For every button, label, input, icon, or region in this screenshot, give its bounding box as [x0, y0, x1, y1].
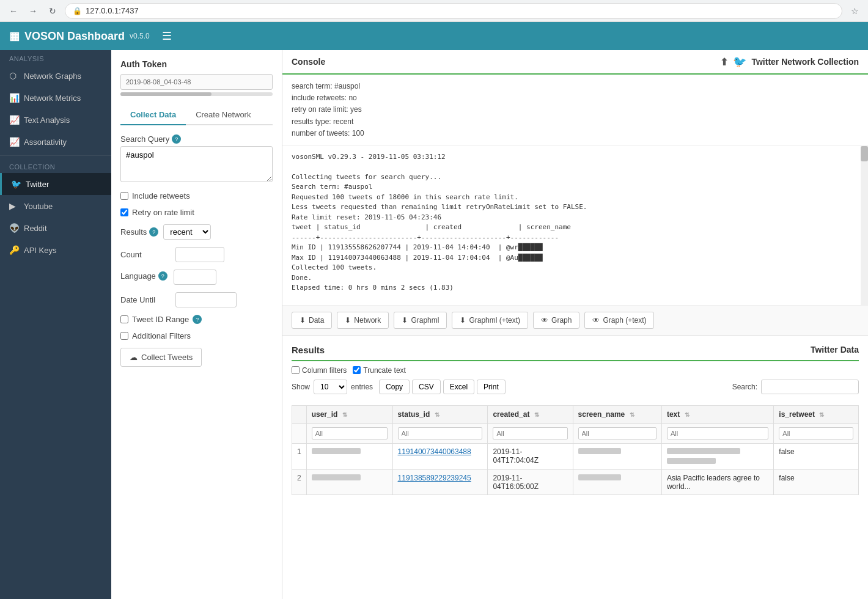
column-filters-checkbox[interactable] [292, 366, 300, 374]
show-select[interactable]: 10 25 50 100 [314, 380, 347, 394]
graph-view-button[interactable]: 👁 Graph [533, 312, 579, 329]
th-status-id[interactable]: status_id ⇅ [392, 405, 488, 423]
top-controls-row: Show 10 25 50 100 entries Copy CSV Excel [292, 380, 859, 400]
collect-tweets-button[interactable]: ☁ Collect Tweets [120, 348, 202, 367]
search-query-help-icon[interactable]: ? [172, 134, 181, 144]
sidebar-item-label: Assortativity [24, 138, 67, 147]
search-query-label: Search Query ? [120, 134, 273, 144]
status-id-link-1[interactable]: 119140073440063488 [398, 447, 471, 456]
language-input[interactable] [174, 270, 216, 285]
results-section: Results Twitter Data Column filters Trun… [282, 336, 868, 599]
middle-panel: Auth Token 2019-08-08_04-03-48 Collect D… [111, 50, 282, 599]
blurred-user-id-2 [312, 474, 361, 480]
additional-filters-checkbox[interactable] [120, 332, 128, 340]
graphml-text-download-button[interactable]: ⬇ Graphml (+text) [452, 312, 528, 329]
graph-text-view-button[interactable]: 👁 Graph (+text) [584, 312, 654, 329]
table-search-input[interactable] [761, 380, 859, 394]
count-input[interactable]: 100 [175, 247, 224, 262]
row-num-1: 1 [292, 443, 307, 469]
refresh-button[interactable]: ↻ [45, 4, 60, 18]
filter-user-id-input[interactable] [312, 427, 388, 439]
network-download-button[interactable]: ⬇ Network [337, 312, 389, 329]
sidebar-item-network-graphs[interactable]: ⬡ Network Graphs [0, 65, 111, 87]
graphml-text-icon: ⬇ [460, 316, 466, 325]
forward-button[interactable]: → [26, 4, 40, 18]
console-actions: ⬇ Data ⬇ Network ⬇ Graphml ⬇ Graphml (+t… [282, 305, 868, 335]
include-retweets-label[interactable]: Include retweets [120, 191, 273, 200]
include-retweets-checkbox[interactable] [120, 192, 128, 200]
status-id-link-2[interactable]: 119138589229239245 [398, 474, 471, 482]
collect-tweets-icon: ☁ [130, 353, 138, 362]
console-scrollbar[interactable] [861, 146, 868, 305]
filter-screen-name-input[interactable] [578, 427, 657, 439]
count-group: Count 100 [120, 247, 273, 262]
sidebar-item-youtube[interactable]: ▶ Youtube [0, 195, 111, 217]
count-label: Count [120, 250, 169, 259]
csv-button[interactable]: CSV [412, 380, 441, 394]
th-user-id[interactable]: user_id ⇅ [306, 405, 392, 423]
assortativity-icon: 📈 [9, 137, 19, 147]
sidebar-item-twitter[interactable]: 🐦 Twitter [0, 173, 111, 195]
results-title: Results [292, 345, 325, 355]
th-is-retweet[interactable]: is_retweet ⇅ [774, 405, 859, 423]
sidebar-item-assortativity[interactable]: 📈 Assortativity [0, 131, 111, 153]
url-bar[interactable]: 🔒 127.0.0.1:7437 [65, 3, 842, 19]
sidebar-item-api-keys[interactable]: 🔑 API Keys [0, 239, 111, 261]
sidebar-item-network-metrics[interactable]: 📊 Network Metrics [0, 87, 111, 109]
search-query-input[interactable]: #auspol [120, 146, 273, 182]
filter-is-retweet-input[interactable] [779, 427, 853, 439]
truncate-text-label[interactable]: Truncate text [353, 366, 406, 375]
console-scrollbar-thumb [861, 146, 868, 161]
sidebar: Analysis ⬡ Network Graphs 📊 Network Metr… [0, 50, 111, 599]
column-filters-text: Column filters [302, 366, 347, 375]
app-logo: ▦ VOSON Dashboard v0.5.0 [9, 29, 150, 43]
graph-view-icon: 👁 [541, 316, 548, 325]
tab-collect-data[interactable]: Collect Data [120, 105, 186, 125]
th-created-at[interactable]: created_at ⇅ [488, 405, 573, 423]
table-row: 1 119140073440063488 2019-11-04T17:04:04… [292, 443, 859, 469]
blurred-user-id-1 [312, 448, 361, 454]
analysis-section-label: Analysis [0, 50, 111, 65]
row-created-at-2: 2019-11-04T16:05:00Z [488, 469, 573, 494]
retry-rate-limit-label[interactable]: Retry on rate limit [120, 208, 273, 217]
sidebar-item-text-analysis[interactable]: 📈 Text Analysis [0, 109, 111, 131]
truncate-text-checkbox[interactable] [353, 366, 361, 374]
filter-text-input[interactable] [667, 427, 768, 439]
truncate-text-text: Truncate text [363, 366, 406, 375]
filter-user-id [306, 423, 392, 443]
tab-create-network[interactable]: Create Network [186, 105, 260, 125]
th-num [292, 405, 307, 423]
collect-tweets-label: Collect Tweets [141, 353, 193, 362]
language-help-icon[interactable]: ? [158, 271, 167, 281]
retry-rate-limit-checkbox[interactable] [120, 208, 128, 216]
tweet-id-range-label[interactable]: Tweet ID Range ? [120, 315, 273, 324]
tweet-id-range-checkbox[interactable] [120, 315, 128, 323]
row-is-retweet-1: false [774, 443, 859, 469]
print-button[interactable]: Print [477, 380, 506, 394]
filter-created-at-input[interactable] [493, 427, 567, 439]
right-panel: Console ⬆ 🐦 Twitter Network Collection s… [282, 50, 868, 599]
results-help-icon[interactable]: ? [149, 227, 158, 237]
tweet-id-range-help-icon[interactable]: ? [193, 315, 202, 324]
network-graphs-icon: ⬡ [9, 71, 19, 81]
back-button[interactable]: ← [6, 4, 21, 18]
column-filters-label[interactable]: Column filters [292, 366, 347, 375]
date-until-input[interactable] [175, 292, 237, 307]
th-text[interactable]: text ⇅ [661, 405, 773, 423]
upload-icon[interactable]: ⬆ [720, 56, 728, 68]
graphml-download-button[interactable]: ⬇ Graphml [394, 312, 447, 329]
th-screen-name[interactable]: screen_name ⇅ [573, 405, 661, 423]
results-controls: Column filters Truncate text [292, 366, 859, 375]
left-controls: Show 10 25 50 100 entries Copy CSV Excel [292, 380, 506, 400]
info-line-4: number of tweets: 100 [292, 128, 859, 139]
filter-status-id-input[interactable] [398, 427, 483, 439]
results-select[interactable]: recent mixed popular [163, 224, 211, 240]
bookmark-button[interactable]: ☆ [847, 4, 862, 18]
hamburger-menu[interactable]: ☰ [162, 29, 172, 43]
copy-button[interactable]: Copy [379, 380, 410, 394]
data-download-button[interactable]: ⬇ Data [292, 312, 332, 329]
additional-filters-label[interactable]: Additional Filters [120, 331, 273, 340]
sidebar-item-label: Text Analysis [24, 116, 70, 125]
excel-button[interactable]: Excel [443, 380, 474, 394]
sidebar-item-reddit[interactable]: 👽 Reddit [0, 217, 111, 239]
